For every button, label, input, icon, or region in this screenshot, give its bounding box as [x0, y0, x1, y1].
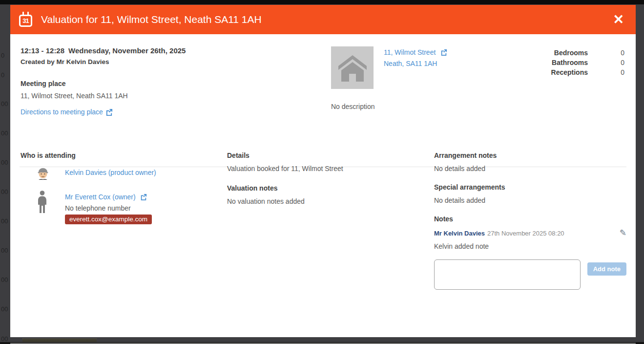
- background-time-label: 00: [1, 159, 8, 166]
- room-stats: Bedrooms 0 Bathrooms 0 Receptions 0: [517, 48, 624, 77]
- attendee-row-owner: Mr Everett Cox (owner) No telephone numb…: [21, 191, 221, 224]
- arrangement-notes-heading: Arrangement notes: [434, 151, 626, 159]
- background-time-label: 00: [1, 129, 8, 137]
- property-address-link[interactable]: 11, Wilmot Street: [384, 48, 436, 56]
- house-icon: [337, 54, 368, 82]
- note-entry-header: Mr Kelvin Davies 27th November 2025 08:2…: [434, 229, 626, 237]
- special-arrangements-heading: Special arrangements: [434, 183, 626, 191]
- appointment-info: 12:13 - 12:28Wednesday, November 26th, 2…: [21, 46, 250, 116]
- receptions-value: 0: [588, 67, 624, 77]
- meeting-place-address: 11, Wilmot Street, Neath SA11 1AH: [21, 92, 250, 100]
- arrangement-notes-text: No details added: [434, 165, 626, 172]
- top-black-bar: [0, 0, 644, 4]
- attendee-negotiator-link[interactable]: Kelvin Davies (product owner): [65, 169, 156, 176]
- background-time-label: 00: [1, 217, 8, 225]
- bedrooms-label: Bedrooms: [554, 48, 588, 58]
- stat-row-bathrooms: Bathrooms 0: [517, 58, 624, 67]
- receptions-label: Receptions: [551, 67, 588, 77]
- appointment-modal: 31 Valuation for 11, Wilmot Street, Neat…: [10, 5, 636, 337]
- background-time-label: 0: [1, 71, 4, 79]
- property-photo-placeholder: [331, 46, 374, 89]
- no-description-text: No description: [331, 103, 374, 110]
- details-column: Details Valuation booked for 11, Wilmot …: [227, 151, 422, 205]
- calendar-icon: 31: [19, 15, 32, 27]
- attendee-owner-email-badge: everett.cox@example.com: [65, 215, 152, 224]
- bedrooms-value: 0: [588, 48, 624, 58]
- appointment-when: 12:13 - 12:28Wednesday, November 26th, 2…: [21, 46, 250, 55]
- details-text: Valuation booked for 11, Wilmot Street: [227, 165, 422, 172]
- background-time-label: 0: [1, 52, 4, 59]
- external-link-icon: [140, 194, 147, 200]
- special-arrangements-text: No details added: [434, 196, 626, 204]
- valuation-notes-text: No valuation notes added: [227, 197, 422, 205]
- details-heading: Details: [227, 151, 422, 159]
- background-time-label: 00: [1, 276, 8, 283]
- note-compose-row: Add note: [434, 259, 626, 290]
- background-time-label: 00: [1, 335, 8, 343]
- new-note-input[interactable]: [434, 259, 581, 290]
- avatar: [36, 166, 50, 180]
- add-note-button[interactable]: Add note: [587, 262, 626, 276]
- modal-title: Valuation for 11, Wilmot Street, Neath S…: [41, 14, 607, 25]
- person-icon: [36, 191, 48, 214]
- valuation-notes-heading: Valuation notes: [227, 184, 422, 192]
- note-text: Kelvin added note: [434, 242, 626, 250]
- background-time-label: 00: [1, 188, 8, 195]
- close-icon[interactable]: ✕: [613, 13, 624, 26]
- calendar-icon-day: 31: [22, 17, 28, 24]
- appointment-time-range: 12:13 - 12:28: [21, 46, 64, 55]
- attendee-owner-link[interactable]: Mr Everett Cox (owner): [65, 193, 136, 201]
- notes-heading: Notes: [434, 215, 626, 223]
- attendees-column: Who is attending Kelvin Davies (product …: [21, 151, 221, 235]
- directions-link[interactable]: Directions to meeting place: [21, 108, 103, 116]
- external-link-icon: [440, 49, 447, 56]
- created-by: Created by Mr Kelvin Davies: [21, 58, 250, 65]
- edit-note-icon[interactable]: ✎: [620, 229, 626, 237]
- bathrooms-label: Bathrooms: [552, 58, 588, 67]
- note-author: Mr Kelvin Davies: [434, 230, 485, 237]
- attending-heading: Who is attending: [21, 151, 221, 159]
- background-time-label: 00: [1, 305, 8, 313]
- modal-header: 31 Valuation for 11, Wilmot Street, Neat…: [10, 5, 636, 34]
- stat-row-receptions: Receptions 0: [517, 67, 624, 77]
- modal-body: 12:13 - 12:28Wednesday, November 26th, 2…: [10, 34, 636, 337]
- attendee-owner-phone: No telephone number: [65, 204, 152, 212]
- attendee-row-negotiator: Kelvin Davies (product owner): [21, 166, 221, 180]
- bathrooms-value: 0: [588, 58, 624, 67]
- appointment-date: Wednesday, November 26th, 2025: [68, 46, 186, 55]
- background-time-label: 00: [1, 247, 8, 254]
- background-time-label: 00: [1, 100, 8, 108]
- external-link-icon: [105, 108, 113, 116]
- notes-column: Arrangement notes No details added Speci…: [434, 151, 626, 290]
- stat-row-bedrooms: Bedrooms 0: [517, 48, 624, 58]
- meeting-place-heading: Meeting place: [21, 80, 250, 87]
- property-town-link[interactable]: Neath, SA11 1AH: [384, 60, 447, 67]
- note-timestamp: 27th November 2025 08:20: [487, 230, 620, 237]
